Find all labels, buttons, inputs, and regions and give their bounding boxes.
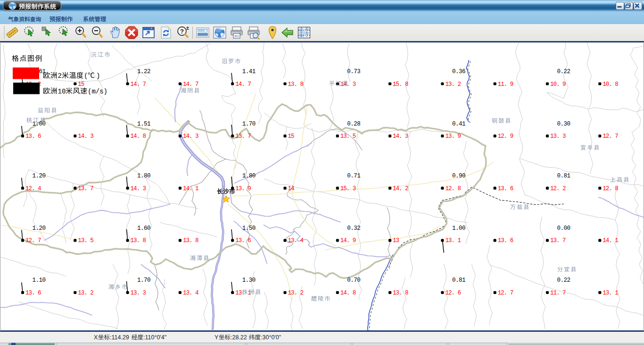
svg-text:14. 7: 14. 7 [131, 81, 146, 88]
svg-text:1.70: 1.70 [242, 121, 256, 127]
svg-text:11. 7: 11. 7 [550, 290, 566, 296]
svg-text:14. 8: 14. 8 [131, 133, 146, 140]
svg-text::114.29: :114.29 [110, 334, 129, 341]
svg-text:13. 4: 13. 4 [183, 290, 198, 296]
svg-text::110°0'4": :110°0'4" [143, 334, 166, 341]
svg-text:1.00: 1.00 [452, 225, 465, 232]
svg-text:12. 7: 12. 7 [25, 237, 41, 244]
svg-text:13. 7: 13. 7 [78, 185, 93, 192]
svg-text:13. 4: 13. 4 [288, 237, 304, 244]
svg-text:10. 9: 10. 9 [550, 81, 566, 88]
svg-text:1.10: 1.10 [33, 277, 46, 284]
svg-text:13: 13 [393, 237, 399, 244]
svg-text:1.70: 1.70 [137, 277, 150, 284]
svg-text:14. 3: 14. 3 [131, 185, 146, 192]
svg-text:12. 2: 12. 2 [550, 185, 566, 192]
svg-text:14. 7: 14. 7 [235, 81, 251, 88]
svg-text:0.90: 0.90 [452, 173, 465, 179]
svg-text:(: ( [84, 72, 88, 80]
svg-text:13. 3: 13. 3 [550, 133, 566, 140]
svg-text:1.30: 1.30 [242, 277, 256, 284]
svg-text:0.00: 0.00 [557, 225, 570, 232]
svg-text:12. 8: 12. 8 [603, 185, 618, 192]
svg-text:0.22: 0.22 [557, 277, 570, 284]
svg-text:2: 2 [58, 72, 62, 80]
svg-text:12. 9: 12. 9 [498, 133, 513, 140]
svg-text:1.22: 1.22 [137, 68, 150, 75]
svg-text:11. 9: 11. 9 [498, 81, 513, 88]
svg-text:10. 8: 10. 8 [603, 81, 618, 88]
svg-text:0.81: 0.81 [557, 173, 570, 179]
svg-text:1.41: 1.41 [242, 68, 256, 75]
svg-text:12. 7: 12. 7 [603, 133, 618, 140]
svg-text:12. 4: 12. 4 [25, 185, 41, 192]
svg-text:14: 14 [288, 185, 295, 192]
svg-text:13. 8: 13. 8 [288, 81, 304, 88]
svg-text:13. 6: 13. 6 [25, 290, 41, 296]
svg-text:15: 15 [288, 133, 295, 140]
svg-text:14. 1: 14. 1 [183, 185, 198, 192]
svg-text:13. 8: 13. 8 [393, 290, 408, 296]
svg-text:12. 7: 12. 7 [498, 290, 513, 296]
svg-text:13. 6: 13. 6 [498, 185, 513, 192]
svg-text:±: ± [186, 25, 189, 31]
svg-text:15. 8: 15. 8 [393, 81, 408, 88]
svg-text:13. 8: 13. 8 [131, 237, 146, 244]
svg-text:0.71: 0.71 [347, 173, 360, 179]
svg-text:Y: Y [215, 334, 219, 341]
svg-text:14. 9: 14. 9 [340, 237, 356, 244]
svg-text:13. 5: 13. 5 [340, 133, 356, 140]
svg-text:13. 3: 13. 3 [131, 290, 146, 296]
svg-text:X: X [94, 334, 98, 341]
svg-text:13. 5: 13. 5 [78, 237, 93, 244]
svg-text:13. 7: 13. 7 [550, 237, 566, 244]
svg-text:0.81: 0.81 [452, 277, 465, 284]
svg-text:14. 3: 14. 3 [393, 133, 408, 140]
svg-text:1.80: 1.80 [137, 173, 150, 179]
svg-text:13. 9: 13. 9 [235, 185, 251, 192]
svg-text:13. 6: 13. 6 [25, 133, 41, 140]
svg-text:1.51: 1.51 [137, 121, 150, 127]
svg-text:15: 15 [78, 81, 84, 88]
svg-text:15. 3: 15. 3 [340, 185, 356, 192]
svg-text:13. 2: 13. 2 [445, 81, 461, 88]
svg-text:13. 9: 13. 9 [445, 133, 461, 140]
svg-text:12. 6: 12. 6 [445, 290, 461, 296]
svg-text:): ) [96, 72, 100, 80]
svg-text:14. 1: 14. 1 [603, 237, 618, 244]
svg-text:0.41: 0.41 [452, 121, 465, 127]
svg-text:13. 2: 13. 2 [78, 290, 93, 296]
svg-text:14. 2: 14. 2 [393, 185, 408, 192]
svg-text:?: ? [180, 28, 184, 35]
svg-text:0.36: 0.36 [452, 68, 465, 75]
svg-text:(m/s): (m/s) [88, 88, 107, 95]
svg-text:0.22: 0.22 [557, 68, 570, 75]
svg-text::30°0'0": :30°0'0" [261, 334, 281, 341]
svg-text:1.20: 1.20 [33, 173, 46, 179]
svg-text:13. 6: 13. 6 [235, 237, 251, 244]
svg-text:13. 8: 13. 8 [183, 237, 198, 244]
svg-text:14. 8: 14. 8 [340, 290, 356, 296]
svg-text:1.80: 1.80 [242, 173, 256, 179]
svg-text:1.50: 1.50 [242, 225, 256, 232]
svg-text:13. 7: 13. 7 [235, 133, 251, 140]
svg-text:13. 6: 13. 6 [498, 237, 513, 244]
svg-text:13. 1: 13. 1 [445, 237, 461, 244]
svg-text:13. 2: 13. 2 [288, 290, 304, 296]
svg-text:0.30: 0.30 [557, 121, 570, 127]
svg-text:14. 3: 14. 3 [78, 133, 93, 140]
svg-text:0.73: 0.73 [347, 68, 360, 75]
svg-text:14. 3: 14. 3 [340, 81, 356, 88]
svg-text:1.20: 1.20 [33, 225, 46, 232]
svg-text:0.28: 0.28 [347, 121, 360, 127]
svg-text:0.32: 0.32 [347, 225, 360, 232]
svg-text:0.70: 0.70 [347, 277, 360, 284]
svg-text:13. 1: 13. 1 [603, 290, 618, 296]
svg-text::28.22: :28.22 [231, 334, 247, 341]
svg-text:14. 7: 14. 7 [183, 81, 198, 88]
svg-text:12. 8: 12. 8 [445, 185, 461, 192]
svg-text:1.60: 1.60 [137, 225, 150, 232]
svg-text:10: 10 [58, 88, 66, 95]
svg-text:14. 3: 14. 3 [183, 133, 198, 140]
